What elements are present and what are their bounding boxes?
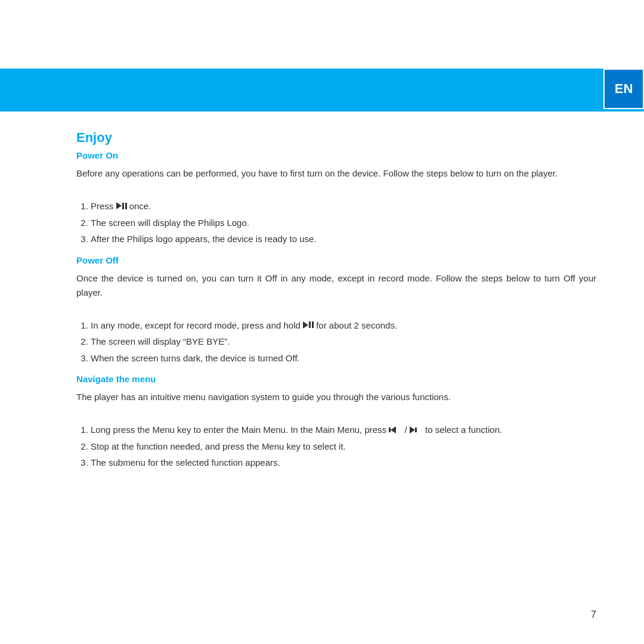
navigate-menu-intro: The player has an intuitive menu navigat… <box>76 390 596 404</box>
svg-rect-3 <box>415 428 417 432</box>
main-content: Enjoy Power On Before any operations can… <box>76 130 596 479</box>
section-title: Enjoy <box>76 130 596 145</box>
subsection-title-power-off: Power Off <box>76 255 596 265</box>
list-item: The submenu for the selected function ap… <box>91 455 596 470</box>
header-bar: EN <box>0 69 644 112</box>
play-pause-icon <box>116 203 127 210</box>
svg-rect-0 <box>389 428 391 432</box>
list-item: When the screen turns dark, the device i… <box>91 351 596 366</box>
power-on-steps: Press once. The screen will display the … <box>91 199 596 247</box>
navigate-menu-steps: Long press the Menu key to enter the Mai… <box>91 422 596 470</box>
page-number: 7 <box>591 609 596 620</box>
power-on-intro: Before any operations can be performed, … <box>76 166 596 181</box>
prev-icon <box>389 426 402 434</box>
subsection-title-power-on: Power On <box>76 150 596 160</box>
list-item: In any mode, except for record mode, pre… <box>91 318 596 333</box>
list-item: After the Philips logo appears, the devi… <box>91 231 596 247</box>
power-off-steps: In any mode, except for record mode, pre… <box>91 318 596 366</box>
next-icon <box>410 426 423 434</box>
list-item: The screen will display “BYE BYE”. <box>91 334 596 349</box>
subsection-power-on: Power On Before any operations can be pe… <box>76 150 596 247</box>
power-off-intro: Once the device is turned on, you can tu… <box>76 271 596 300</box>
list-item: Long press the Menu key to enter the Mai… <box>91 422 596 438</box>
subsection-navigate-menu: Navigate the menu The player has an intu… <box>76 374 596 470</box>
language-badge: EN <box>603 69 644 109</box>
subsection-title-navigate-menu: Navigate the menu <box>76 374 596 384</box>
svg-marker-1 <box>391 426 396 434</box>
svg-marker-2 <box>410 426 415 434</box>
list-item: The screen will display the Philips Logo… <box>91 215 596 231</box>
play-pause-icon <box>303 322 314 329</box>
subsection-power-off: Power Off Once the device is turned on, … <box>76 255 596 366</box>
list-item: Press once. <box>91 199 596 214</box>
list-item: Stop at the function needed, and press t… <box>91 439 596 454</box>
